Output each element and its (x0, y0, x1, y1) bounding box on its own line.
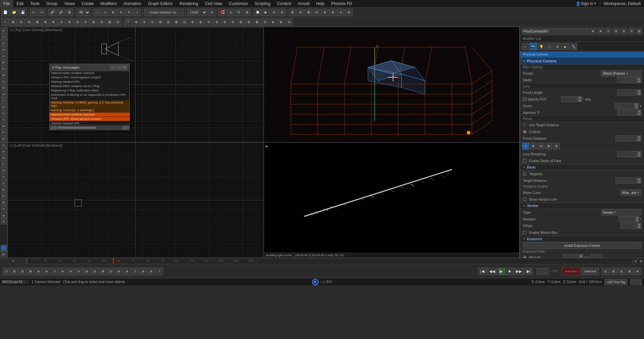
tb2-extra9[interactable]: ⊗ (197, 18, 204, 26)
targeted-checkbox[interactable] (523, 172, 526, 176)
menu-edit[interactable]: Edit (13, 0, 27, 7)
left-icon-4[interactable]: ⊜ (1, 47, 7, 53)
man-dec[interactable]: ▼ (579, 257, 583, 258)
td-inc[interactable]: ▲ (637, 178, 641, 181)
target-dist-input[interactable]: 201.908 (615, 178, 637, 184)
rotate-btn[interactable]: ↻ (125, 9, 133, 16)
left-icon-11[interactable]: ⊗ (1, 91, 7, 97)
tb2-9[interactable]: ⊛ (66, 18, 73, 26)
anim-btn20[interactable]: ? (156, 268, 163, 275)
extra4-btn[interactable]: ⊡ (313, 9, 320, 16)
angle-snap-btn[interactable]: ∠ (227, 9, 234, 16)
next-frame-btn[interactable]: ▶▶ (514, 268, 524, 275)
tb2-2[interactable]: ⊞ (9, 18, 17, 26)
anim-btn13[interactable]: ⊠ (99, 268, 107, 275)
left-icon-22[interactable]: ⊙ (1, 161, 7, 167)
left-icon-16[interactable]: ⊞ (1, 123, 7, 129)
manual-input[interactable]: 9999.9 (562, 254, 579, 258)
coord-select[interactable]: Local (187, 9, 207, 16)
tb2-extra20[interactable]: ⊙ (285, 18, 293, 26)
tb2-13[interactable]: ⊟ (98, 18, 105, 26)
lens-breathing-spinner[interactable]: 1.0 ▲ ▼ (617, 151, 641, 157)
percent-snap-btn[interactable]: % (235, 9, 243, 16)
left-icon-17[interactable]: ⊟ (1, 129, 7, 135)
motion-blur-checkbox[interactable] (523, 231, 526, 234)
menu-rendering[interactable]: Rendering (176, 0, 201, 7)
focal-inc[interactable]: ▲ (637, 89, 641, 92)
render-frame-btn[interactable]: ⊡ (270, 9, 278, 16)
frame-input-status[interactable]: 59 (630, 279, 642, 285)
manual-spinner[interactable]: 9999.9 ▲ ▼ (562, 254, 583, 258)
add-time-tag-btn[interactable]: Add Time Tag (604, 279, 628, 285)
anim-btn15[interactable]: ⊕ (115, 268, 123, 275)
anim-btn18[interactable]: ⊛ (140, 268, 147, 275)
tb2-6[interactable]: ⊕ (42, 18, 49, 26)
focal-dec[interactable]: ▼ (637, 92, 641, 95)
play-btn[interactable]: ▶ (498, 268, 505, 275)
menu-content[interactable]: Content (274, 0, 294, 7)
tb2-7[interactable]: ⊗ (50, 18, 57, 26)
menu-modifiers[interactable]: Modifiers (97, 0, 120, 7)
tb2-extra13[interactable]: ⊝ (229, 18, 236, 26)
lens-breathing-input[interactable]: 1.0 (617, 151, 637, 157)
anim-btn3[interactable]: ⊟ (19, 268, 26, 275)
shutter-header[interactable]: ▼ Shutter (520, 203, 644, 209)
width-dec[interactable]: ▼ (637, 80, 641, 83)
anim-btn2[interactable]: ⊞ (11, 268, 18, 275)
menu-create[interactable]: Create (78, 0, 97, 7)
aperture-inc[interactable]: ▲ (637, 110, 641, 113)
key-filter-btn1[interactable]: ⊡ (602, 268, 609, 275)
duration-input[interactable]: 0.5 (619, 216, 635, 222)
cam-icon-6[interactable]: ⊝ (628, 28, 635, 35)
scale-btn[interactable]: ⤢ (133, 9, 141, 16)
left-icon-2[interactable]: ⊙ (1, 34, 7, 40)
focus-icon-5[interactable]: ⊕ (553, 143, 560, 149)
specify-fov-checkbox[interactable] (523, 97, 526, 101)
workspaces-selector[interactable]: Workspaces: Default (600, 1, 644, 6)
tb2-3[interactable]: ⊡ (17, 18, 25, 26)
focus-icon-2[interactable]: ⊞ (530, 143, 537, 149)
vray-minimize-btn[interactable]: ─ (110, 65, 115, 70)
key-filter-btn4[interactable]: ⊠ (626, 268, 633, 275)
anim-btn17[interactable]: ⊙ (131, 268, 139, 275)
cam-icon-2[interactable]: ⊗ (597, 28, 604, 35)
filter-select[interactable]: All (76, 9, 90, 16)
focus-icon-4[interactable]: ⊠ (545, 143, 552, 149)
left-icon-7[interactable]: ⊟ (1, 66, 7, 72)
anim-btn12[interactable]: ⊟ (91, 268, 99, 275)
extra8-btn[interactable]: ⊛ (345, 9, 353, 16)
vray-scrollbar-track[interactable] (58, 126, 121, 129)
fov-input[interactable]: 45.0 (561, 96, 578, 102)
install-exposure-btn[interactable]: Install Exposure Control (523, 242, 641, 249)
basic-section-header[interactable]: ▼ Basic (520, 164, 644, 171)
tb2-extra8[interactable]: ⊕ (189, 18, 196, 26)
maxscript-label[interactable]: MAXScript Mi... (2, 280, 29, 284)
move-btn[interactable]: ✛ (117, 9, 125, 16)
left-icon-24[interactable]: ⊜ (1, 174, 7, 180)
current-frame-input[interactable]: 59 (537, 268, 548, 275)
dur-dec[interactable]: ▼ (635, 219, 639, 222)
zoom-input[interactable]: 1.0 (614, 103, 635, 109)
tb2-8[interactable]: ⊙ (58, 18, 65, 26)
vray-scroll-left[interactable] (50, 126, 57, 129)
key-filter-btn3[interactable]: ⊟ (618, 268, 625, 275)
tb2-extra16[interactable]: ⊠ (253, 18, 261, 26)
transform-btn[interactable]: ⊕ (109, 9, 117, 16)
anim-btn6[interactable]: ⊗ (43, 268, 50, 275)
vray-scroll-right[interactable] (122, 126, 129, 129)
goto-end-btn[interactable]: ▶| (525, 268, 533, 275)
phys-cam-section-header[interactable]: ▼ Physical Camera (520, 58, 644, 65)
manual-radio[interactable] (523, 256, 526, 258)
cam-icon-1[interactable]: ⊕ (590, 28, 596, 35)
menu-help[interactable]: Help (313, 0, 328, 7)
vray-restore-btn[interactable]: □ (116, 65, 121, 70)
left-icon-b2[interactable]: ⊞ (1, 251, 7, 257)
menu-arnold[interactable]: Arnold (294, 0, 313, 7)
key-filter-btn5[interactable]: ⊕ (634, 268, 641, 275)
left-icon-3[interactable]: ⊛ (1, 40, 7, 46)
left-icon-28[interactable]: ⊠ (1, 199, 7, 205)
tb2-15[interactable]: ⊡ (114, 18, 121, 26)
left-icon-26[interactable]: ⊞ (1, 187, 7, 193)
rp-icon-light[interactable]: 💡 (538, 43, 545, 50)
left-icon-18[interactable]: ⊠ (1, 136, 7, 142)
